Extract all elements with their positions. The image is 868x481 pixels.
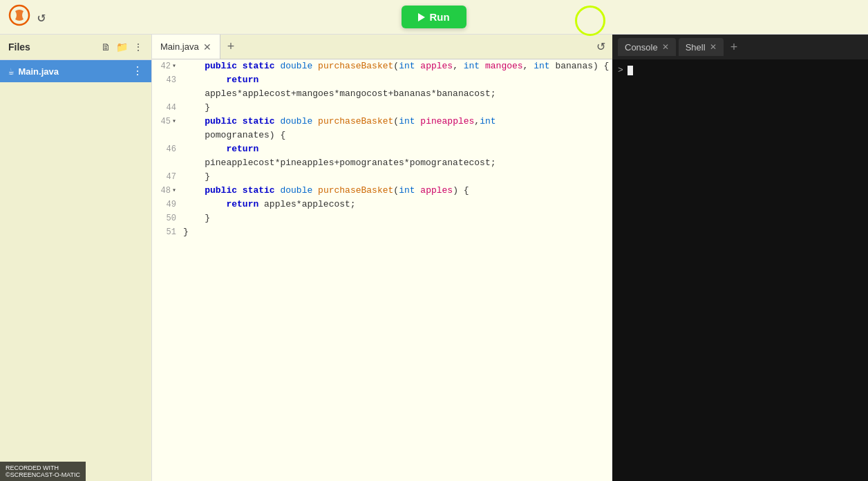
sidebar-header: Files 🗎 📁 ⋮	[0, 35, 151, 60]
line-number-48: 48 ▾	[152, 184, 183, 198]
logo-icon[interactable]	[8, 4, 30, 30]
line-number-45: 45 ▾	[152, 115, 183, 129]
sidebar-icons: 🗎 📁 ⋮	[101, 41, 143, 53]
code-content-48: public static double purchaseBasket(int …	[183, 184, 612, 198]
watermark-line2: ©SCREENCAST-O-MATIC	[6, 471, 80, 478]
console-tab-label: Console	[625, 42, 658, 53]
main-area: Files 🗎 📁 ⋮ ☕ Main.java ⋮ Main.java ✕ + …	[0, 35, 868, 481]
java-file-icon: ☕	[8, 66, 14, 77]
add-panel-tab-button[interactable]: +	[726, 40, 742, 55]
new-folder-button[interactable]: 📁	[116, 41, 128, 53]
editor-tab-actions: ↺	[596, 40, 612, 53]
file-item-main-java[interactable]: ☕ Main.java ⋮	[0, 60, 151, 82]
prompt-symbol: >	[618, 65, 623, 75]
code-line-42: 42 ▾ public static double purchaseBasket…	[152, 59, 612, 73]
run-label: Run	[429, 11, 449, 23]
new-file-button[interactable]: 🗎	[101, 41, 111, 53]
code-line-51: 51 }	[152, 225, 612, 239]
fold-arrow-45[interactable]: ▾	[172, 115, 176, 129]
code-content-46: return pineapplecost*pineapples+pomogran…	[183, 142, 612, 170]
line-number-51: 51	[152, 225, 183, 239]
line-number-50: 50	[152, 211, 183, 225]
code-content-47: }	[183, 170, 612, 184]
console-tab[interactable]: Console ✕	[618, 38, 676, 56]
file-more-icon[interactable]: ⋮	[132, 64, 143, 78]
code-content-42: public static double purchaseBasket(int …	[183, 59, 612, 73]
editor-tab-main-java[interactable]: Main.java ✕	[152, 35, 220, 59]
shell-tab[interactable]: Shell ✕	[679, 38, 724, 56]
code-line-46: 46 return pineapplecost*pineapples+pomog…	[152, 142, 612, 170]
cursor-circle	[575, 6, 605, 36]
code-content-51: }	[183, 225, 612, 239]
tab-close-button[interactable]: ✕	[203, 41, 211, 53]
line-number-42: 42 ▾	[152, 59, 183, 73]
history-icon[interactable]: ↺	[37, 8, 46, 26]
code-content-50: }	[183, 211, 612, 225]
terminal-cursor	[628, 66, 633, 75]
line-number-49: 49	[152, 198, 183, 211]
code-content-49: return apples*applecost;	[183, 198, 612, 211]
code-content-45: public static double purchaseBasket(int …	[183, 115, 612, 142]
watermark: RECORDED WITH ©SCREENCAST-O-MATIC	[0, 462, 86, 481]
editor-area: Main.java ✕ + ↺ 42 ▾ public static doubl…	[152, 35, 612, 481]
toolbar-left: ↺	[8, 4, 46, 30]
play-icon	[418, 13, 425, 21]
console-tab-close[interactable]: ✕	[662, 42, 669, 52]
toolbar: ↺ Run	[0, 0, 868, 35]
editor-tab-label: Main.java	[160, 41, 199, 52]
terminal-prompt: >	[618, 65, 862, 75]
shell-tab-label: Shell	[686, 42, 706, 53]
line-number-43: 43	[152, 73, 183, 87]
sidebar-title: Files	[8, 41, 30, 53]
fold-arrow-42[interactable]: ▾	[172, 59, 176, 73]
fold-arrow-48[interactable]: ▾	[172, 184, 176, 198]
code-line-48: 48 ▾ public static double purchaseBasket…	[152, 184, 612, 198]
code-content-44: }	[183, 101, 612, 115]
editor-tabs: Main.java ✕ + ↺	[152, 35, 612, 59]
code-line-49: 49 return apples*applecost;	[152, 198, 612, 211]
code-line-50: 50 }	[152, 211, 612, 225]
file-name: Main.java	[18, 66, 59, 77]
right-panel: Console ✕ Shell ✕ + >	[612, 35, 868, 481]
code-line-43: 43 return apples*applecost+mangoes*mango…	[152, 73, 612, 101]
watermark-line1: RECORDED WITH	[6, 464, 80, 471]
code-line-45: 45 ▾ public static double purchaseBasket…	[152, 115, 612, 142]
refresh-button[interactable]: ↺	[596, 40, 605, 53]
line-number-44: 44	[152, 101, 183, 115]
run-button[interactable]: Run	[402, 6, 466, 28]
add-tab-button[interactable]: +	[220, 39, 242, 54]
code-editor[interactable]: 42 ▾ public static double purchaseBasket…	[152, 59, 612, 481]
panel-tabs: Console ✕ Shell ✕ +	[612, 35, 868, 59]
line-number-46: 46	[152, 142, 183, 156]
code-content-43: return apples*applecost+mangoes*mangocos…	[183, 73, 612, 101]
line-number-47: 47	[152, 170, 183, 184]
shell-tab-close[interactable]: ✕	[710, 42, 717, 52]
panel-content[interactable]: >	[612, 59, 868, 481]
code-line-44: 44 }	[152, 101, 612, 115]
more-options-button[interactable]: ⋮	[133, 41, 143, 53]
sidebar: Files 🗎 📁 ⋮ ☕ Main.java ⋮	[0, 35, 152, 481]
code-line-47: 47 }	[152, 170, 612, 184]
